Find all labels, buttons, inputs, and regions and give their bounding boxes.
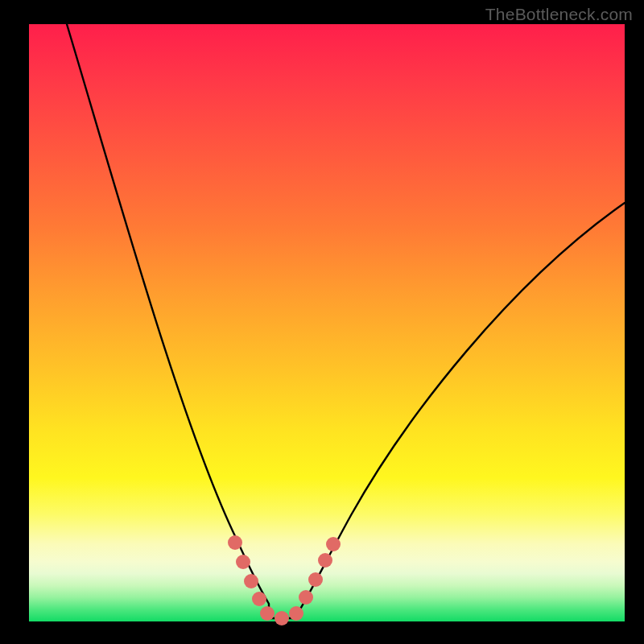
curve-right-branch [295, 203, 625, 618]
curve-left-branch [67, 24, 269, 618]
marker-dot [275, 611, 289, 625]
curve-layer [29, 24, 625, 621]
marker-dot [326, 537, 341, 551]
marker-dot [244, 574, 258, 588]
marker-dot [260, 606, 275, 621]
marker-dot [236, 555, 250, 569]
marker-dot [289, 606, 303, 621]
marker-dot [299, 590, 313, 605]
marker-group [228, 535, 341, 625]
marker-dot [228, 535, 242, 550]
marker-dot [318, 553, 332, 568]
marker-dot [252, 592, 266, 606]
watermark-text: TheBottleneck.com [485, 5, 633, 24]
chart-frame: TheBottleneck.com [0, 0, 644, 644]
marker-dot [308, 572, 323, 587]
